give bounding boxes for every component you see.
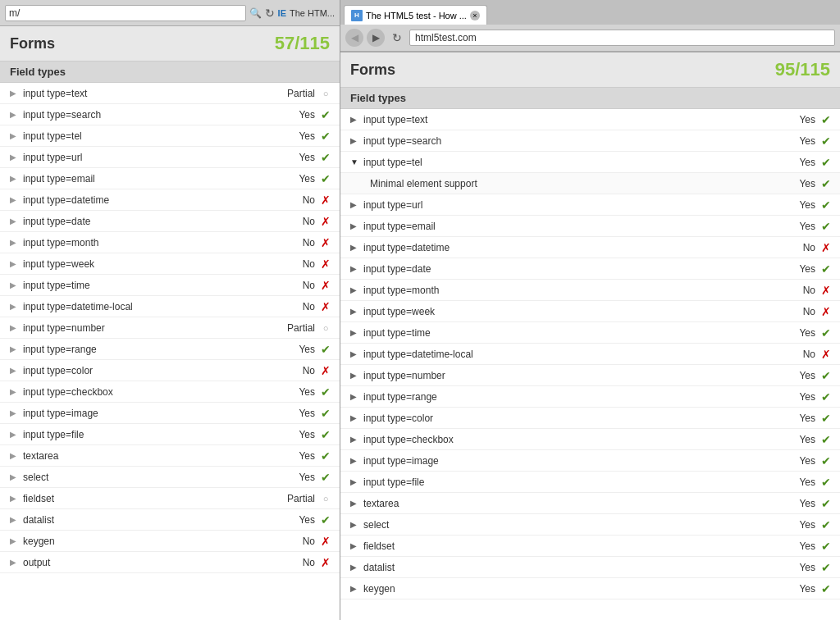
expand-arrow-icon[interactable]: ▶	[10, 280, 20, 289]
expand-arrow-icon[interactable]: ▶	[10, 536, 20, 545]
expand-arrow-icon[interactable]: ▶	[10, 89, 20, 98]
right-field-row[interactable]: ▶input type=datetime-localNo✗	[340, 344, 840, 365]
expand-arrow-icon[interactable]: ▶	[10, 131, 20, 140]
right-field-row[interactable]: ▶input type=colorYes✔	[340, 408, 840, 429]
left-field-row[interactable]: ▶input type=checkboxYes✔	[0, 381, 340, 403]
expand-arrow-icon[interactable]: ▶	[10, 344, 20, 353]
expand-arrow-icon[interactable]: ▶	[350, 115, 360, 124]
left-field-row[interactable]: ▶input type=searchYes✔	[0, 104, 340, 125]
right-field-row[interactable]: ▶datalistYes✔	[340, 557, 840, 578]
expand-arrow-icon[interactable]: ▶	[350, 392, 360, 401]
expand-arrow-icon[interactable]: ▶	[350, 541, 360, 550]
left-field-row[interactable]: ▶datalistYes✔	[0, 509, 340, 531]
expand-arrow-icon[interactable]: ▶	[350, 435, 360, 444]
left-field-row[interactable]: ▶input type=imageYes✔	[0, 403, 340, 424]
expand-arrow-icon[interactable]: ▶	[10, 558, 20, 567]
expand-arrow-icon[interactable]: ▶	[10, 515, 20, 524]
right-field-row[interactable]: ▶input type=searchYes✔	[340, 130, 840, 152]
expand-arrow-icon[interactable]: ▶	[350, 349, 360, 358]
expand-arrow-icon[interactable]: ▶	[10, 430, 20, 439]
expand-arrow-icon[interactable]: ▶	[10, 238, 20, 247]
left-field-row[interactable]: ▶input type=colorNo✗	[0, 360, 340, 381]
expand-arrow-icon[interactable]: ▶	[350, 499, 360, 508]
right-field-row[interactable]: ▶input type=textYes✔	[340, 109, 840, 130]
expand-arrow-icon[interactable]: ▶	[350, 477, 360, 486]
refresh-button[interactable]: ↻	[388, 29, 406, 47]
expand-arrow-icon[interactable]: ▶	[10, 110, 20, 119]
left-field-row[interactable]: ▶outputNo✗	[0, 552, 340, 573]
right-field-row[interactable]: ▶input type=fileYes✔	[340, 472, 840, 493]
right-field-row[interactable]: ▼input type=telYes✔	[340, 152, 840, 173]
expand-arrow-icon[interactable]: ▶	[10, 494, 20, 503]
expand-arrow-icon[interactable]: ▶	[10, 451, 20, 460]
expand-arrow-icon[interactable]: ▶	[350, 200, 360, 209]
status-icon: ✔	[819, 113, 833, 126]
forward-button[interactable]: ▶	[367, 29, 385, 47]
right-field-row[interactable]: ▶input type=monthNo✗	[340, 280, 840, 301]
left-field-row[interactable]: ▶textareaYes✔	[0, 445, 340, 467]
right-field-row[interactable]: ▶input type=imageYes✔	[340, 450, 840, 472]
left-field-row[interactable]: ▶input type=timeNo✗	[0, 275, 340, 296]
left-field-row[interactable]: ▶input type=emailYes✔	[0, 168, 340, 189]
expand-arrow-icon[interactable]: ▶	[10, 195, 20, 204]
expand-arrow-icon[interactable]: ▶	[10, 472, 20, 481]
right-field-row[interactable]: ▶input type=dateYes✔	[340, 258, 840, 280]
back-button[interactable]: ◀	[345, 29, 363, 47]
right-address-bar[interactable]: html5test.com	[409, 30, 835, 46]
left-field-row[interactable]: ▶input type=rangeYes✔	[0, 339, 340, 360]
expand-arrow-icon[interactable]: ▶	[350, 456, 360, 465]
expand-arrow-icon[interactable]: ▶	[350, 136, 360, 145]
left-field-row[interactable]: ▶input type=urlYes✔	[0, 147, 340, 168]
left-field-row[interactable]: ▶fieldsetPartial○	[0, 488, 340, 509]
expand-arrow-icon[interactable]: ▶	[350, 563, 360, 572]
expand-arrow-icon[interactable]: ▶	[350, 307, 360, 316]
left-field-row[interactable]: ▶input type=weekNo✗	[0, 253, 340, 275]
right-field-row[interactable]: ▶keygenYes✔	[340, 578, 840, 599]
left-field-row[interactable]: ▶input type=numberPartial○	[0, 317, 340, 339]
right-field-row[interactable]: ▶input type=rangeYes✔	[340, 386, 840, 408]
right-field-row[interactable]: ▶input type=timeYes✔	[340, 322, 840, 344]
expand-arrow-icon[interactable]: ▶	[350, 520, 360, 529]
expand-arrow-icon[interactable]: ▶	[350, 371, 360, 380]
left-field-row[interactable]: ▶input type=telYes✔	[0, 125, 340, 147]
right-field-row[interactable]: ▶fieldsetYes✔	[340, 536, 840, 557]
right-field-row[interactable]: ▶input type=numberYes✔	[340, 365, 840, 386]
expand-arrow-icon[interactable]: ▶	[10, 302, 20, 311]
expand-arrow-icon[interactable]: ▶	[350, 243, 360, 252]
expand-arrow-icon[interactable]: ▶	[10, 174, 20, 183]
right-field-row[interactable]: ▶input type=datetimeNo✗	[340, 237, 840, 258]
left-field-row[interactable]: ▶input type=dateNo✗	[0, 211, 340, 232]
expand-arrow-icon[interactable]: ▶	[10, 366, 20, 375]
right-field-row[interactable]: ▶input type=checkboxYes✔	[340, 429, 840, 450]
right-field-row[interactable]: ▶selectYes✔	[340, 514, 840, 536]
expand-arrow-icon[interactable]: ▼	[350, 157, 360, 166]
left-reload-icon[interactable]: ↻	[265, 7, 275, 20]
right-field-row[interactable]: ▶textareaYes✔	[340, 493, 840, 514]
left-field-row[interactable]: ▶input type=textPartial○	[0, 83, 340, 104]
expand-arrow-icon[interactable]: ▶	[350, 264, 360, 273]
expand-arrow-icon[interactable]: ▶	[10, 153, 20, 162]
left-field-row[interactable]: ▶keygenNo✗	[0, 531, 340, 552]
expand-arrow-icon[interactable]: ▶	[350, 328, 360, 337]
expand-arrow-icon[interactable]: ▶	[10, 323, 20, 332]
left-field-row[interactable]: ▶input type=datetime-localNo✗	[0, 296, 340, 317]
tab-close-button[interactable]: ×	[470, 11, 480, 21]
field-status-label: Partial	[287, 493, 315, 504]
expand-arrow-icon[interactable]: ▶	[350, 285, 360, 294]
right-field-row[interactable]: ▶input type=urlYes✔	[340, 194, 840, 216]
right-field-row[interactable]: ▶input type=weekNo✗	[340, 301, 840, 322]
left-field-row[interactable]: ▶input type=monthNo✗	[0, 232, 340, 253]
expand-arrow-icon[interactable]: ▶	[350, 584, 360, 593]
left-field-row[interactable]: ▶input type=fileYes✔	[0, 424, 340, 445]
left-field-row[interactable]: ▶input type=datetimeNo✗	[0, 189, 340, 211]
expand-arrow-icon[interactable]: ▶	[350, 413, 360, 422]
expand-arrow-icon[interactable]: ▶	[10, 217, 20, 226]
right-field-row[interactable]: ▶input type=emailYes✔	[340, 216, 840, 237]
expand-arrow-icon[interactable]: ▶	[10, 259, 20, 268]
expand-arrow-icon[interactable]: ▶	[10, 387, 20, 396]
left-field-row[interactable]: ▶selectYes✔	[0, 467, 340, 488]
expand-arrow-icon[interactable]: ▶	[350, 221, 360, 230]
expand-arrow-icon[interactable]: ▶	[10, 408, 20, 417]
left-address-bar[interactable]: m/	[5, 5, 246, 21]
active-tab[interactable]: H The HTML5 test - How ... ×	[344, 5, 487, 25]
